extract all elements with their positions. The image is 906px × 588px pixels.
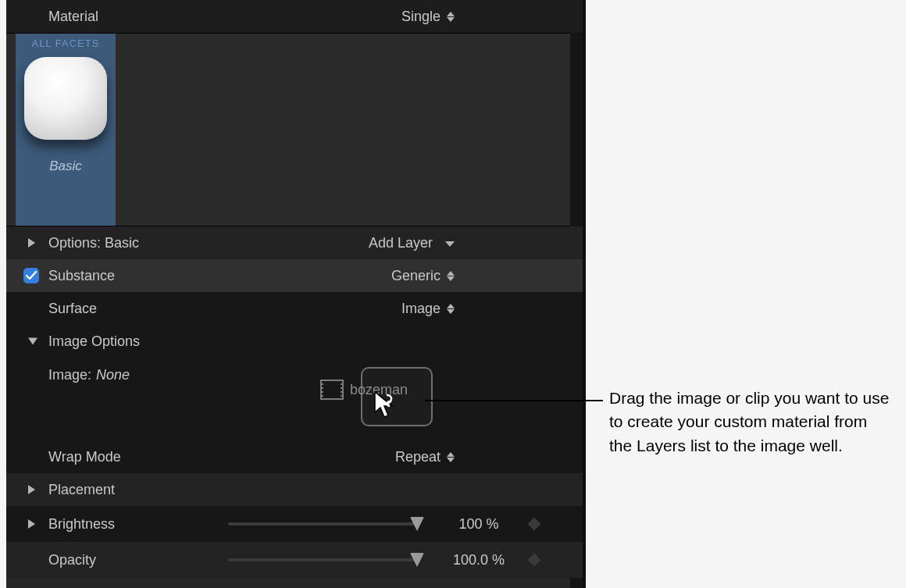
material-row: Material Single (6, 0, 583, 33)
wrap-mode-row: Wrap Mode Repeat (6, 440, 583, 473)
surface-row: Surface Image (6, 292, 583, 325)
material-value: Single (401, 9, 441, 25)
substance-value: Generic (391, 268, 441, 284)
facet-name: Basic (49, 159, 82, 174)
wrap-mode-label: Wrap Mode (48, 449, 228, 465)
clip-icon (320, 380, 344, 400)
image-options-label: Image Options (48, 333, 228, 350)
surface-dropdown[interactable]: Image (228, 301, 569, 317)
opacity-row: Opacity 100.0 % (6, 542, 583, 578)
material-preview (24, 57, 107, 140)
brightness-label: Brightness (48, 516, 228, 533)
add-layer-label: Add Layer (369, 235, 433, 251)
material-label: Material (48, 9, 228, 25)
facet-gallery: ALL FACETS Basic (6, 33, 583, 226)
updown-stepper-icon (447, 452, 455, 462)
surface-label: Surface (48, 301, 228, 317)
image-well-row: Image: None bozeman (6, 358, 583, 440)
substance-row: Substance Generic (6, 259, 583, 292)
brightness-value-field[interactable]: 100 % (436, 516, 522, 533)
placement-row: Placement (6, 473, 583, 506)
inspector-panel: Material Single ALL FACETS Basic Options… (6, 0, 586, 588)
placement-label: Placement (48, 482, 228, 498)
image-options-header: Image Options (6, 325, 583, 358)
chevron-down-icon (445, 235, 455, 251)
callout-text: Drag the image or clip you want to use t… (609, 387, 890, 458)
disclosure-triangle-icon[interactable] (28, 519, 35, 529)
disclosure-triangle-icon[interactable] (28, 485, 35, 494)
brightness-row: Brightness 100 % (6, 506, 583, 542)
image-value: None (96, 367, 130, 383)
options-label: Options: Basic (48, 235, 228, 251)
substance-label: Substance (48, 268, 228, 284)
callout-leader-line (425, 400, 603, 401)
wrap-mode-dropdown[interactable]: Repeat (228, 449, 569, 465)
substance-checkbox[interactable] (23, 268, 39, 283)
updown-stepper-icon (447, 304, 455, 314)
drag-cursor-icon (372, 390, 398, 422)
facet-all[interactable]: ALL FACETS Basic (16, 34, 116, 226)
opacity-value-field[interactable]: 100.0 % (436, 552, 522, 568)
disclosure-triangle-icon[interactable] (28, 238, 35, 248)
add-layer-dropdown[interactable]: Add Layer (228, 235, 569, 251)
wrap-mode-value: Repeat (395, 449, 441, 465)
reset-diamond-icon[interactable] (528, 518, 541, 531)
reset-diamond-icon[interactable] (528, 554, 541, 567)
substance-dropdown[interactable]: Generic (228, 268, 569, 284)
disclosure-triangle-down-icon[interactable] (28, 338, 37, 345)
brightness-slider[interactable] (228, 522, 417, 526)
opacity-label: Opacity (48, 552, 228, 568)
material-dropdown[interactable]: Single (228, 9, 569, 25)
updown-stepper-icon (447, 271, 455, 281)
updown-stepper-icon (447, 12, 455, 22)
options-row: Options: Basic Add Layer (6, 226, 583, 259)
image-label: Image: (48, 367, 91, 383)
surface-value: Image (401, 301, 441, 317)
facet-header: ALL FACETS (16, 34, 116, 52)
opacity-slider[interactable] (228, 558, 417, 562)
